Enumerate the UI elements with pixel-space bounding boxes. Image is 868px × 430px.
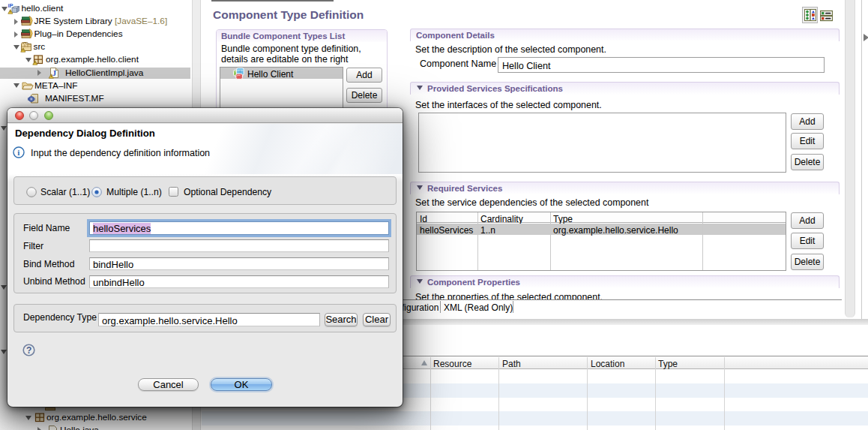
svg-text:?: ?: [26, 345, 31, 356]
svg-text:J: J: [52, 69, 56, 77]
svg-text:i: i: [17, 148, 19, 157]
